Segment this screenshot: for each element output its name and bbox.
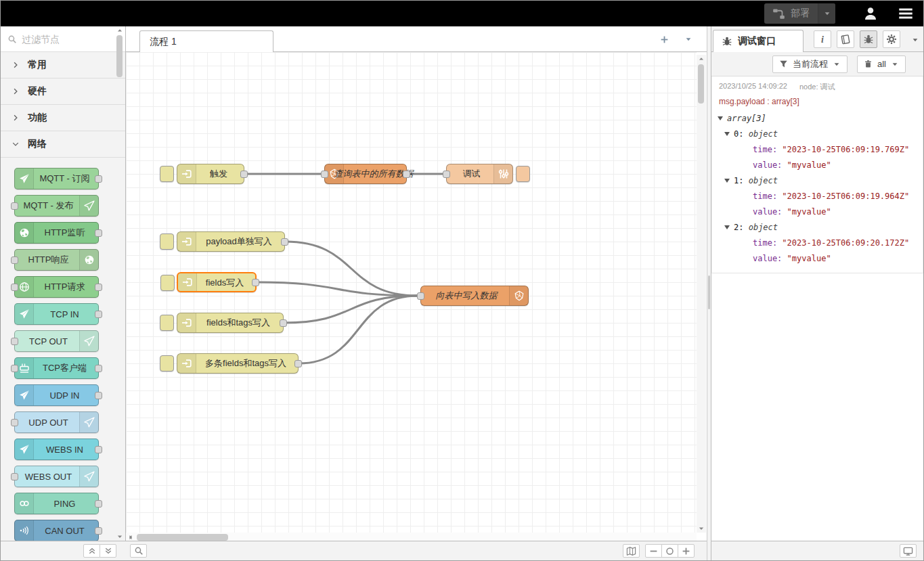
user-menu-button[interactable] [858, 4, 883, 23]
scroll-up-arrow-icon[interactable] [115, 26, 124, 35]
flow-node-payload单独写入[interactable]: payload单独写入 [177, 231, 285, 252]
collapse-caret-icon[interactable] [724, 132, 730, 136]
navigator-button[interactable] [623, 544, 640, 558]
flow-node-fields和tags写入[interactable]: fields和tags写入 [177, 313, 284, 333]
debug-clear-button[interactable]: all [857, 55, 906, 73]
palette-category-常用[interactable]: 常用 [1, 52, 125, 78]
help-tab-button[interactable] [837, 30, 854, 48]
output-port[interactable] [280, 319, 287, 327]
wire[interactable] [285, 242, 418, 296]
config-tab-button[interactable] [883, 30, 900, 48]
sidebar-resize-divider[interactable] [707, 26, 711, 560]
palette-category-硬件[interactable]: 硬件 [1, 78, 125, 105]
input-port[interactable] [11, 419, 18, 426]
flow-list-button[interactable] [680, 30, 697, 48]
output-port[interactable] [252, 279, 259, 286]
input-port[interactable] [11, 284, 18, 291]
inject-button[interactable] [160, 355, 174, 372]
inject-button[interactable] [160, 315, 174, 331]
output-port[interactable] [281, 238, 288, 246]
output-port[interactable] [403, 171, 410, 178]
scroll-down-arrow-icon[interactable] [697, 524, 705, 533]
palette-node-MQTT - 发布[interactable]: MQTT - 发布 [14, 195, 99, 217]
divider-grip[interactable] [708, 275, 710, 309]
output-port[interactable] [95, 527, 102, 535]
input-port[interactable] [11, 365, 18, 372]
canvas-vertical-scrollbar[interactable] [697, 55, 706, 533]
deploy-button[interactable]: 部署 [764, 3, 835, 24]
flow-node-查询表中的所有数据[interactable]: 查询表中的所有数据 [324, 164, 407, 184]
palette-node-UDP IN[interactable]: UDP IN [14, 384, 99, 406]
palette-expand-all-button[interactable] [100, 544, 116, 558]
palette-node-TCP IN[interactable]: TCP IN [14, 303, 99, 325]
flow-node-调试[interactable]: 调试 [446, 164, 513, 184]
palette-node-HTTP监听[interactable]: HTTP监听 [14, 222, 99, 244]
flow-node-向表中写入数据[interactable]: 向表中写入数据 [420, 286, 529, 306]
palette-scrollbar[interactable] [115, 26, 124, 541]
palette-node-HTTP响应[interactable]: HTTP响应 [14, 249, 99, 271]
open-debug-window-button[interactable] [900, 544, 917, 558]
palette-node-CAN OUT[interactable]: CAN OUT [14, 520, 99, 541]
output-port[interactable] [95, 392, 102, 399]
palette-search-input[interactable] [22, 34, 110, 45]
input-port[interactable] [443, 171, 450, 178]
inject-button[interactable] [160, 166, 174, 182]
palette-node-HTTP请求[interactable]: HTTP请求 [14, 276, 99, 298]
zoom-reset-button[interactable] [661, 544, 678, 558]
tab-debug[interactable]: 调试窗口 [713, 30, 804, 52]
palette-node-MQTT - 订阅[interactable]: MQTT - 订阅 [14, 168, 99, 189]
sidebar-menu-button[interactable] [911, 35, 919, 47]
output-port[interactable] [95, 311, 102, 318]
palette-category-功能[interactable]: 功能 [1, 105, 125, 131]
input-port[interactable] [11, 473, 18, 480]
debug-filter-button[interactable]: 当前流程 [772, 55, 848, 73]
input-port[interactable] [11, 338, 18, 345]
main-menu-button[interactable] [894, 4, 918, 23]
zoom-out-button[interactable] [645, 544, 662, 558]
workspace-tabbar: 流程 1 [126, 26, 707, 52]
input-port[interactable] [321, 171, 328, 178]
collapse-caret-icon[interactable] [718, 116, 723, 120]
flow-node-fields写入[interactable]: fields写入 [177, 272, 257, 292]
flow-node-多条fields和tags写入[interactable]: 多条fields和tags写入 [177, 353, 299, 374]
output-port[interactable] [95, 175, 102, 183]
output-port[interactable] [240, 171, 248, 178]
output-port[interactable] [95, 365, 102, 372]
flow-canvas[interactable]: 触发 查询表中的所有数据 调试 payload单独写入 fields写入 fie… [126, 52, 697, 533]
palette-node-TCP OUT[interactable]: TCP OUT [14, 330, 99, 352]
canvas-search-button[interactable] [130, 544, 147, 558]
palette-collapse-all-button[interactable] [83, 544, 100, 558]
palette-category-网络[interactable]: 网络 [1, 131, 125, 158]
input-port[interactable] [417, 292, 424, 300]
debug-tab-button[interactable] [860, 30, 877, 48]
output-port[interactable] [294, 360, 302, 367]
collapse-caret-icon[interactable] [724, 225, 730, 229]
palette-scrollbar-thumb[interactable] [116, 35, 123, 77]
collapse-caret-icon[interactable] [724, 179, 730, 183]
canvas-vscroll-thumb[interactable] [698, 64, 704, 104]
tab-flow-1[interactable]: 流程 1 [139, 30, 273, 52]
debug-toggle-button[interactable] [516, 166, 530, 182]
canvas-hscroll-thumb[interactable] [137, 534, 228, 541]
output-port[interactable] [95, 500, 102, 508]
palette-node-WEBS OUT[interactable]: WEBS OUT [14, 466, 99, 487]
wire[interactable] [284, 296, 418, 323]
info-tab-button[interactable]: i [814, 30, 831, 48]
inject-button[interactable] [160, 275, 175, 291]
scroll-down-arrow-icon[interactable] [115, 533, 124, 541]
output-port[interactable] [95, 284, 102, 291]
deploy-options-button[interactable] [818, 3, 835, 24]
flow-node-触发[interactable]: 触发 [177, 164, 244, 184]
palette-node-UDP OUT[interactable]: UDP OUT [14, 411, 99, 433]
output-port[interactable] [95, 446, 102, 453]
zoom-in-button[interactable] [678, 544, 695, 558]
scroll-up-arrow-icon[interactable] [697, 55, 705, 63]
palette-node-WEBS IN[interactable]: WEBS IN [14, 439, 99, 460]
add-flow-button[interactable] [655, 30, 673, 48]
input-port[interactable] [11, 256, 18, 264]
palette-node-PING[interactable]: PING [14, 493, 99, 514]
inject-button[interactable] [160, 233, 174, 250]
output-port[interactable] [95, 229, 102, 237]
palette-node-TCP客户端[interactable]: TCP客户端 [14, 357, 99, 379]
input-port[interactable] [11, 202, 18, 210]
